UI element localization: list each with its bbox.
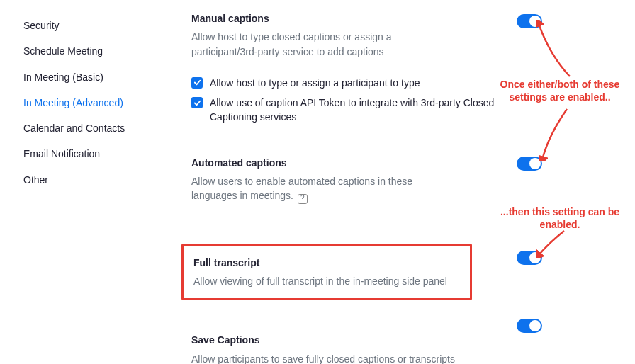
setting-full-transcript: Full transcript Allow viewing of full tr… <box>191 244 550 301</box>
setting-title: Manual captions <box>191 11 550 25</box>
sidebar-item-other[interactable]: Other <box>23 167 165 193</box>
setting-save-captions: Save Captions Allow participants to save… <box>191 333 550 364</box>
check-allow-api-token[interactable]: Allow use of caption API Token to integr… <box>191 96 496 125</box>
check-label: Allow use of caption API Token to integr… <box>210 96 496 125</box>
setting-title: Full transcript <box>193 256 460 270</box>
info-icon[interactable]: ? <box>298 194 308 204</box>
setting-desc: Allow users to enable automated captions… <box>191 174 446 204</box>
annotation-enabled: Once either/both of these settings are e… <box>493 78 627 103</box>
setting-desc: Allow host to type closed captions or as… <box>191 30 446 59</box>
sidebar-item-email-notification[interactable]: Email Notification <box>23 141 165 166</box>
setting-desc: Allow viewing of full transcript in the … <box>193 274 460 288</box>
checkbox-icon[interactable] <box>191 97 203 108</box>
sidebar-item-in-meeting-basic[interactable]: In Meeting (Basic) <box>23 64 165 90</box>
setting-automated-captions: Automated captions Allow users to enable… <box>191 156 550 204</box>
setting-title: Save Captions <box>191 333 550 347</box>
check-allow-host-type[interactable]: Allow host to type or assign a participa… <box>191 76 496 90</box>
toggle-save-captions[interactable] <box>517 319 542 333</box>
sidebar-item-calendar-contacts[interactable]: Calendar and Contacts <box>23 115 165 141</box>
settings-sidebar: Security Schedule Meeting In Meeting (Ba… <box>23 13 165 193</box>
check-label: Allow host to type or assign a participa… <box>210 76 420 90</box>
setting-manual-captions: Manual captions Allow host to type close… <box>191 11 550 125</box>
highlight-box: Full transcript Allow viewing of full tr… <box>181 244 472 301</box>
toggle-automated-captions[interactable] <box>517 157 542 171</box>
settings-content: Manual captions Allow host to type close… <box>191 11 550 364</box>
sidebar-item-in-meeting-advanced[interactable]: In Meeting (Advanced) <box>23 90 165 115</box>
toggle-full-transcript[interactable] <box>517 251 542 265</box>
checkbox-icon[interactable] <box>191 77 203 89</box>
setting-title: Automated captions <box>191 156 550 170</box>
toggle-manual-captions[interactable] <box>517 14 542 28</box>
setting-desc: Allow participants to save fully closed … <box>191 352 550 364</box>
annotation-then-enabled: ...then this setting can be enabled. <box>496 205 624 231</box>
sidebar-item-schedule-meeting[interactable]: Schedule Meeting <box>23 38 165 64</box>
sidebar-item-security[interactable]: Security <box>23 13 165 38</box>
